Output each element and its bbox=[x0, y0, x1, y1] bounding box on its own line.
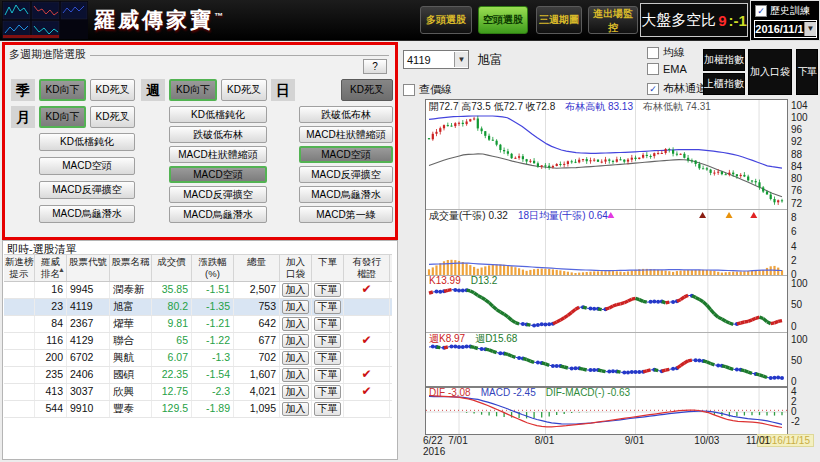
order-row-button[interactable]: 下單 bbox=[314, 351, 341, 365]
order-row-button[interactable]: 下單 bbox=[314, 368, 341, 382]
order-row-button[interactable]: 下單 bbox=[314, 300, 341, 314]
add-pocket-row-button[interactable]: 加入 bbox=[282, 351, 309, 365]
screener-button[interactable]: MACD空頭 bbox=[39, 157, 135, 175]
order-row-button[interactable]: 下單 bbox=[314, 317, 341, 331]
help-button[interactable]: ? bbox=[363, 59, 387, 74]
add-pocket-row-button[interactable]: 加入 bbox=[282, 402, 309, 416]
chevron-down-icon[interactable]: ▼ bbox=[454, 52, 468, 67]
cell: -1.89 bbox=[192, 401, 234, 417]
screener-button[interactable]: KD低檔鈍化 bbox=[39, 133, 135, 151]
screener-button[interactable]: KD向下 bbox=[39, 106, 86, 128]
pane-header: 開72.7 高73.5 低72.7 收72.8布林高軌 83.13布林低軌 74… bbox=[429, 100, 711, 114]
cell bbox=[4, 316, 35, 332]
checkbox-checked-icon: ✓ bbox=[647, 83, 659, 95]
price-line-checkbox[interactable]: 查價線 bbox=[403, 82, 452, 97]
index-button-2[interactable]: 上櫃指數 bbox=[703, 73, 745, 95]
cell bbox=[4, 350, 35, 366]
screener-button[interactable]: MACD反彈擴空 bbox=[169, 186, 267, 203]
screener-button[interactable]: KD死叉 bbox=[341, 79, 393, 101]
order-row-button[interactable]: 下單 bbox=[314, 334, 341, 348]
table-row[interactable]: 2352406國碩22.35-1.541,607加入下單✔ bbox=[4, 367, 392, 384]
add-pocket-row-button[interactable]: 加入 bbox=[282, 385, 309, 399]
screener-button[interactable]: MACD烏龜潛水 bbox=[299, 186, 393, 203]
screener-button[interactable]: KD向下 bbox=[169, 79, 217, 101]
overlay-checkbox-2[interactable]: EMA bbox=[647, 63, 687, 75]
screener-button[interactable]: KD死叉 bbox=[90, 106, 135, 128]
screener-button[interactable]: MACD柱狀體縮頭 bbox=[169, 146, 267, 163]
cell bbox=[344, 316, 390, 332]
screener-button[interactable]: MACD柱狀體縮頭 bbox=[299, 126, 393, 143]
chevron-down-icon[interactable]: ▼ bbox=[804, 22, 816, 36]
add-pocket-row-button[interactable]: 加入 bbox=[282, 283, 309, 297]
order-button[interactable]: 下單 bbox=[796, 49, 818, 95]
history-date-select[interactable]: 2016/11/1 ▼ bbox=[754, 20, 817, 38]
table-row[interactable]: 842367燿華9.81-1.21642加入下單 bbox=[4, 316, 392, 333]
cell: -2.3 bbox=[192, 384, 234, 400]
screener-button[interactable]: MACD反彈擴空 bbox=[299, 166, 393, 183]
table-row[interactable]: 1164129聯合65-1.22677加入下單✔ bbox=[4, 333, 392, 350]
screener-button[interactable]: MACD烏龜潛水 bbox=[169, 206, 267, 223]
screener-button[interactable]: 跌破低布林 bbox=[169, 126, 267, 143]
checkbox-unchecked-icon bbox=[647, 63, 659, 75]
screener-button[interactable]: KD死叉 bbox=[90, 79, 135, 101]
stock-code-combobox[interactable]: 4119 ▼ bbox=[403, 50, 469, 69]
pane-header-item: 布林高軌 83.13 bbox=[565, 100, 633, 114]
nav-button-1[interactable]: 多頭選股 bbox=[420, 6, 472, 34]
cell: 413 bbox=[35, 384, 67, 400]
pane-header-item: 週D15.68 bbox=[475, 332, 517, 346]
screener-group-2: 週KD向下KD死叉KD低檔鈍化跌破低布林MACD柱狀體縮頭MACD空頭MACD反… bbox=[141, 79, 267, 223]
order-row-button[interactable]: 下單 bbox=[314, 283, 341, 297]
add-pocket-button[interactable]: 加入口袋 bbox=[748, 49, 792, 95]
cell: 興航 bbox=[110, 350, 152, 366]
nav-button-2[interactable]: 空頭選股 bbox=[478, 6, 528, 34]
screener-button[interactable]: MACD烏龜潛水 bbox=[39, 205, 135, 223]
y-axis-label: 84 bbox=[791, 161, 802, 172]
cell: 4119 bbox=[67, 299, 110, 315]
overlay-checkbox-3[interactable]: ✓布林通道 bbox=[647, 81, 707, 96]
cell: 潤泰新 bbox=[110, 282, 152, 298]
screener-button[interactable]: 跌破低布林 bbox=[299, 106, 393, 123]
sort-asc-icon[interactable]: ▲ bbox=[58, 264, 65, 276]
cell: 下單 bbox=[312, 401, 344, 417]
order-row-button[interactable]: 下單 bbox=[314, 385, 341, 399]
add-pocket-row-button[interactable]: 加入 bbox=[282, 334, 309, 348]
screener-button[interactable]: KD低檔鈍化 bbox=[169, 106, 267, 123]
table-row[interactable]: 2006702興航6.07-1.3702加入下單 bbox=[4, 350, 392, 367]
table-row[interactable]: 234119旭富80.2-1.35753加入下單 bbox=[4, 299, 392, 316]
add-pocket-row-button[interactable]: 加入 bbox=[282, 300, 309, 314]
cell: 16 bbox=[35, 282, 67, 298]
nav-button-4[interactable]: 進出場監控 bbox=[588, 6, 638, 34]
cell bbox=[4, 401, 35, 417]
col-header: 羅威排名▲ bbox=[35, 255, 67, 281]
cell: 116 bbox=[35, 333, 67, 349]
col-header: 下單 bbox=[312, 255, 344, 281]
cell: 677 bbox=[234, 333, 280, 349]
pane-header-item: 週K8.97 bbox=[429, 332, 465, 346]
stock-name-label: 旭富 bbox=[477, 51, 503, 69]
index-button-1[interactable]: 加權指數 bbox=[703, 49, 745, 71]
overlay-checkbox-1[interactable]: 均線 bbox=[647, 45, 685, 60]
add-pocket-row-button[interactable]: 加入 bbox=[282, 317, 309, 331]
price-line-label: 查價線 bbox=[419, 82, 452, 97]
screener-button[interactable]: MACD空頭 bbox=[169, 166, 267, 183]
x-axis-tick: 7/01 bbox=[443, 435, 473, 446]
order-row-button[interactable]: 下單 bbox=[314, 402, 341, 416]
cell: -1.22 bbox=[192, 333, 234, 349]
nav-button-3[interactable]: 三週期圖 bbox=[536, 6, 582, 34]
screener-button[interactable]: MACD空頭 bbox=[299, 146, 393, 163]
chart-area[interactable] bbox=[425, 99, 788, 435]
cell: 9945 bbox=[67, 282, 110, 298]
screener-button[interactable]: MACD第一綠 bbox=[299, 206, 393, 223]
table-row[interactable]: 169945潤泰新35.85-1.512,507加入下單✔ bbox=[4, 282, 392, 299]
history-training-checkbox[interactable]: ✓ 歷史訓練 bbox=[755, 4, 819, 18]
y-axis-label: 8 bbox=[791, 212, 797, 223]
table-row[interactable]: 5449910豐泰129.5-1.891,095加入下單 bbox=[4, 401, 392, 418]
price-pane[interactable] bbox=[426, 100, 787, 209]
screener-button[interactable]: KD死叉 bbox=[221, 79, 267, 101]
table-row[interactable]: 4133037欣興12.75-2.34,021加入下單✔ bbox=[4, 384, 392, 401]
cell: 加入 bbox=[280, 350, 312, 366]
app-window: 羅威傳家寶™ 多頭選股空頭選股三週期圖進出場監控 大盤多空比 9 :-1 ✓ 歷… bbox=[0, 0, 820, 462]
screener-button[interactable]: MACD反彈擴空 bbox=[39, 181, 135, 199]
add-pocket-row-button[interactable]: 加入 bbox=[282, 368, 309, 382]
screener-button[interactable]: KD向下 bbox=[39, 79, 86, 101]
